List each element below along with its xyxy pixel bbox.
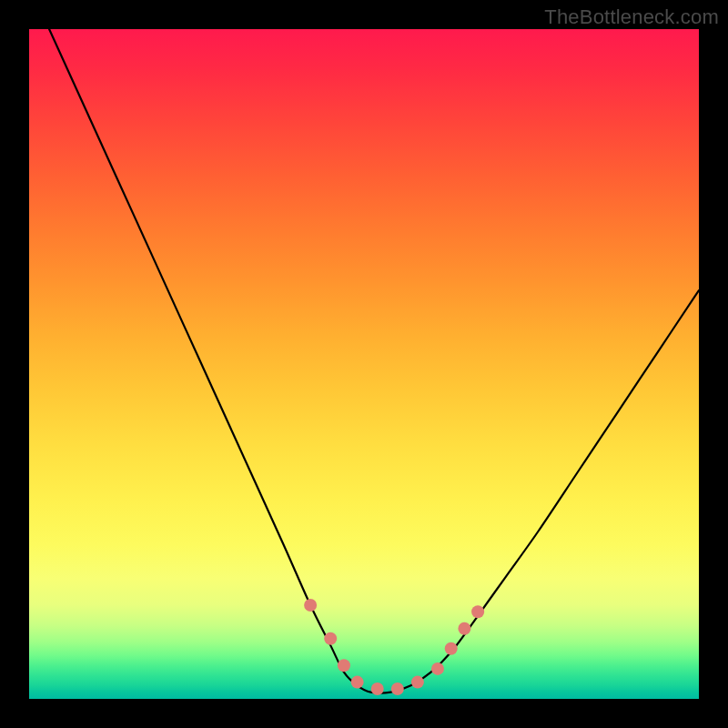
highlight-dot [411, 676, 424, 689]
highlight-dot [338, 659, 350, 672]
highlight-dot [391, 682, 404, 695]
highlight-dot [431, 662, 444, 675]
bottleneck-curve [49, 29, 699, 693]
highlight-dot [471, 605, 484, 618]
highlight-dot [371, 682, 384, 695]
highlight-dot [324, 632, 337, 645]
highlight-dot [445, 642, 458, 655]
chart-frame: TheBottleneck.com [0, 0, 728, 728]
plot-area [29, 29, 699, 699]
highlight-dot [458, 622, 470, 635]
chart-svg [29, 29, 699, 699]
highlight-dot [304, 599, 317, 612]
watermark-text: TheBottleneck.com [544, 5, 719, 29]
highlight-dot [351, 676, 364, 689]
curve-layer [49, 29, 699, 693]
